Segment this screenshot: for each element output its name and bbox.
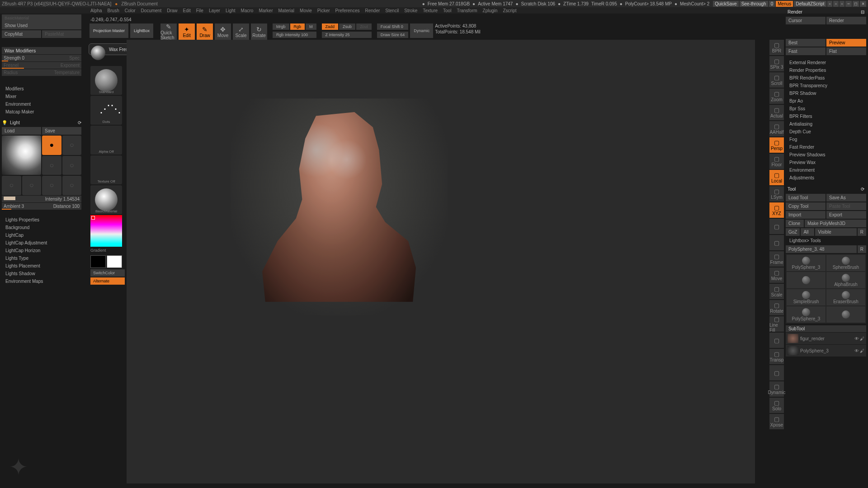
preview-button[interactable]: Preview [826,39,866,47]
menu-render[interactable]: Render [365,8,380,13]
brush-slot[interactable]: Standard [90,66,122,95]
tool-thumb[interactable]: PolySphere_3 [787,255,826,271]
paint-icon[interactable]: 🖌 [860,336,864,341]
render-fast-render[interactable]: Fast Render [786,143,866,151]
lights-properties[interactable]: Lights Properties [2,216,81,224]
current-tool[interactable]: PolySphere_3. 48 [786,245,857,253]
dynamic-button[interactable]: Dynamic [410,23,433,38]
tool-thumb[interactable] [826,306,865,323]
render-depth-cue[interactable]: Depth Cue [786,128,866,136]
environment-maps[interactable]: Environment Maps [2,277,81,285]
close-button[interactable]: × [860,1,866,7]
menu-zplugin[interactable]: Zplugin [483,8,498,13]
goz-button[interactable]: GoZ [786,228,800,236]
tool-thumb[interactable]: EraserBrush [826,289,865,305]
rtool-lsym[interactable]: ▢LSym [769,186,784,202]
export-button[interactable]: Export [826,211,866,219]
rtool-xpose[interactable]: ▢Xpose [769,414,784,429]
rgb-intensity-slider[interactable]: Rgb Intensity 100 [273,32,316,38]
edit-button[interactable]: ✦Edit [179,23,195,40]
light-header[interactable]: 💡Light⟳ [2,119,81,126]
menu-draw[interactable]: Draw [167,8,177,13]
window-btn[interactable]: ▫ [827,1,833,7]
rtool-xyz[interactable]: ▢XYZ [769,202,784,218]
rtool-blank[interactable]: ▢ [769,365,784,380]
canvas[interactable] [127,40,755,483]
rtool-actual[interactable]: ▢Actual [769,105,784,120]
lights-placement[interactable]: Lights Placement [2,262,81,270]
cursor-button[interactable]: Cursor [786,17,826,24]
rotate-button[interactable]: ↻Rotate [251,23,267,40]
show-used-button[interactable]: Show Used [2,22,81,29]
subtool-header[interactable]: SubTool [786,325,866,332]
lights-type[interactable]: Lights Type [2,254,81,262]
rtool-floor[interactable]: ▢Floor [769,154,784,169]
rtool-blank[interactable]: ▢ [769,333,784,348]
copymat-button[interactable]: CopyMat [2,30,41,38]
window-btn[interactable]: ▫ [833,1,839,7]
make-polymesh-button[interactable]: Make PolyMesh3D [805,220,866,227]
quicksketch-button[interactable]: ✎Quick Sketch [160,23,177,40]
m-button[interactable]: M [306,23,316,30]
light-6[interactable]: ○ [22,176,42,195]
stroke-slot[interactable]: Dots [90,96,122,125]
lightcap-horizon[interactable]: LightCap Horizon [2,247,81,254]
radius-slider[interactable]: RadiusTemperature [2,69,81,76]
render-environment[interactable]: Environment [786,166,866,174]
render-button[interactable]: Render [826,17,866,24]
scale-button[interactable]: ⤢Scale [233,23,249,40]
render-bpr-transparency[interactable]: BPR Transparency [786,82,866,89]
menu-document[interactable]: Document [141,8,162,13]
rtool-spix-3[interactable]: ▢SPix 3 [769,56,784,71]
document-area[interactable] [231,99,448,315]
tool-thumb[interactable]: PolySphere_3 [787,306,826,323]
paint-icon[interactable]: 🖌 [860,348,864,353]
render-antialiasing[interactable]: Antialiasing [786,120,866,128]
all-button[interactable]: All [801,228,814,236]
import-button[interactable]: Import [786,211,826,219]
menu-brush[interactable]: Brush [108,8,119,13]
render-adjustments[interactable]: Adjustments [786,174,866,182]
menu-movie[interactable]: Movie [300,8,312,13]
rtool-local[interactable]: ▢Local [769,170,784,185]
mixer-item[interactable]: Mixer [2,93,81,100]
render-fog[interactable]: Fog [786,136,866,143]
clone-button[interactable]: Clone [786,220,804,227]
zcut-button[interactable]: Zcut [356,23,372,30]
zsub-button[interactable]: Zsub [339,23,355,30]
move-button[interactable]: ✥Move [215,23,231,40]
light-4[interactable]: ○ [62,156,82,175]
rtool-scroll[interactable]: ▢Scroll [769,72,784,88]
render-render-properties[interactable]: Render Properties [786,66,866,74]
menu-transform[interactable]: Transform [457,8,477,13]
rgb-button[interactable]: Rgb [290,23,305,30]
lights-shadow[interactable]: Lights Shadow [2,270,81,277]
alternate-button[interactable]: Alternate [90,277,125,285]
swatch-black[interactable] [90,255,106,268]
lightcap-item[interactable]: LightCap [2,231,81,239]
rtool-blank[interactable]: ▢ [769,219,784,234]
projection-master-button[interactable]: Projection Master [90,23,128,38]
mrgb-button[interactable]: Mrgb [273,23,289,30]
menu-light[interactable]: Light [226,8,236,13]
visibility-icon[interactable]: 👁 [854,336,859,341]
zscript-button[interactable]: DefaultZScript [794,1,826,7]
focal-shift-slider[interactable]: Focal Shift 0 [377,23,409,30]
tool-thumb[interactable]: SphereBrush [826,255,865,271]
menu-alpha[interactable]: Alpha [90,8,102,13]
render-bpr-sss[interactable]: Bpr Sss [786,105,866,113]
render-header[interactable]: Render⊟ [786,8,866,16]
maximize-button[interactable]: □ [853,1,859,7]
light-1[interactable]: ● [42,136,61,155]
paste-tool-button[interactable]: Paste Tool [826,202,866,210]
menu-color[interactable]: Color [125,8,136,13]
fresnel-slider[interactable]: FresnelExponent [2,62,81,69]
render-preview-wax[interactable]: Preview Wax [786,159,866,166]
light-3[interactable]: ○ [42,156,61,175]
copy-tool-button[interactable]: Copy Tool [786,202,826,210]
subtool-item[interactable]: figur_render 👁🖌 [786,333,866,344]
menu-texture[interactable]: Texture [423,8,438,13]
rtool-frame[interactable]: ▢Frame [769,251,784,267]
draw-button[interactable]: ✎Draw [197,23,213,40]
material-name[interactable]: BasicMaterial [2,14,81,22]
